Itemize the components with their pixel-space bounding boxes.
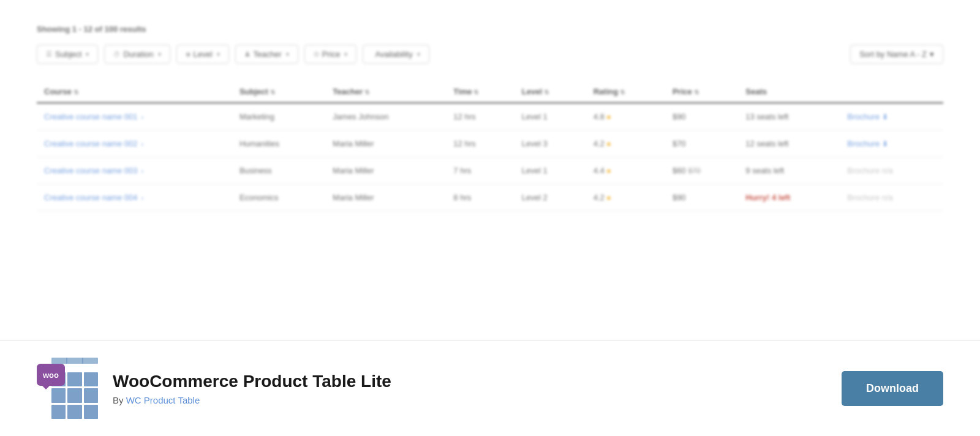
table-row: Creative course name 002 ›HumanitiesMari… bbox=[37, 130, 943, 157]
logo-grid-cell-3 bbox=[84, 372, 98, 386]
course-subject-2: Humanities bbox=[232, 130, 325, 157]
brochure-download-icon-2: ⬇ bbox=[882, 140, 888, 148]
courses-table: Course⇅Subject⇅Teacher⇅Time⇅Level⇅Rating… bbox=[37, 81, 943, 211]
course-sort-icon: ⇅ bbox=[74, 89, 78, 96]
by-label: By bbox=[113, 395, 124, 405]
course-teacher-3: Maria Miller bbox=[325, 157, 446, 184]
level-sort-icon: ⇅ bbox=[544, 89, 549, 96]
sort-chevron-icon: ▾ bbox=[930, 50, 934, 59]
level-filter-icon: ◈ bbox=[186, 50, 190, 58]
price-sort-icon: ⇅ bbox=[694, 89, 699, 96]
course-price-old-3: $70 bbox=[688, 167, 701, 175]
logo-grid-cell-4 bbox=[51, 388, 66, 402]
table-section: Showing 1 - 12 of 100 results ☰Subject▾⏱… bbox=[0, 0, 980, 340]
sort-button[interactable]: Sort by Name A - Z ▾ bbox=[850, 45, 943, 64]
subject-chevron-icon: ▾ bbox=[86, 51, 89, 58]
logo-grid-cell-9 bbox=[84, 405, 98, 419]
logo-top-bar bbox=[51, 358, 98, 364]
time-sort-icon: ⇅ bbox=[473, 89, 478, 96]
table-row: Creative course name 003 ›BusinessMaria … bbox=[37, 157, 943, 184]
course-time-1: 12 hrs bbox=[446, 103, 514, 130]
course-subject-1: Marketing bbox=[232, 103, 325, 130]
logo-grid-cell-5 bbox=[67, 388, 81, 402]
rating-star-3: ★ bbox=[606, 167, 612, 175]
plugin-by: By WC Product Table bbox=[113, 395, 827, 405]
download-button[interactable]: Download bbox=[842, 371, 943, 406]
logo-grid-cell-8 bbox=[67, 405, 81, 419]
level-chevron-icon: ▾ bbox=[217, 51, 220, 58]
col-header-subject[interactable]: Subject⇅ bbox=[232, 81, 325, 103]
course-price-3: $60$70 bbox=[665, 157, 738, 184]
course-price-1: $90 bbox=[665, 103, 738, 130]
rating-star-4: ★ bbox=[606, 194, 612, 201]
logo-grid-cell-2 bbox=[67, 372, 81, 386]
rating-star-2: ★ bbox=[606, 140, 612, 148]
table-row: Creative course name 004 ›EconomicsMaria… bbox=[37, 184, 943, 211]
course-seats-2: 12 seats left bbox=[738, 130, 840, 157]
course-brochure-2[interactable]: Brochure ⬇ bbox=[840, 130, 943, 157]
teacher-filter-icon: ♟ bbox=[244, 50, 251, 58]
teacher-chevron-icon: ▾ bbox=[286, 51, 289, 58]
filter-availability-button[interactable]: Availability▾ bbox=[363, 45, 429, 64]
course-brochure-4: Brochure n/a bbox=[840, 184, 943, 211]
plugin-title: WooCommerce Product Table Lite bbox=[113, 372, 827, 391]
table-row: Creative course name 001 ›MarketingJames… bbox=[37, 103, 943, 130]
filter-teacher-button[interactable]: ♟Teacher▾ bbox=[235, 45, 298, 64]
subject-sort-icon: ⇅ bbox=[270, 89, 275, 96]
col-header-course[interactable]: Course⇅ bbox=[37, 81, 232, 103]
rating-sort-icon: ⇅ bbox=[620, 89, 625, 96]
course-link-2[interactable]: Creative course name 002 › bbox=[44, 139, 143, 148]
course-rating-1: 4.8★ bbox=[586, 103, 665, 130]
course-seats-4: Hurry! 4 left bbox=[738, 184, 840, 211]
sort-label: Sort by Name A - Z bbox=[859, 50, 927, 59]
plugin-info: WooCommerce Product Table Lite By WC Pro… bbox=[113, 372, 827, 405]
course-price-4: $90 bbox=[665, 184, 738, 211]
col-header-price[interactable]: Price⇅ bbox=[665, 81, 738, 103]
course-subject-3: Business bbox=[232, 157, 325, 184]
col-header-teacher[interactable]: Teacher⇅ bbox=[325, 81, 446, 103]
course-brochure-1[interactable]: Brochure ⬇ bbox=[840, 103, 943, 130]
plugin-author-link[interactable]: WC Product Table bbox=[126, 395, 200, 405]
availability-chevron-icon: ▾ bbox=[417, 51, 420, 58]
duration-chevron-icon: ▾ bbox=[158, 51, 161, 58]
course-time-3: 7 hrs bbox=[446, 157, 514, 184]
course-link-3[interactable]: Creative course name 003 › bbox=[44, 166, 143, 175]
teacher-sort-icon: ⇅ bbox=[364, 89, 369, 96]
logo-grid-cell-6 bbox=[84, 388, 98, 402]
col-header-rating[interactable]: Rating⇅ bbox=[586, 81, 665, 103]
plugin-logo: woo bbox=[37, 358, 98, 419]
course-level-2: Level 3 bbox=[514, 130, 586, 157]
course-seats-1: 13 seats left bbox=[738, 103, 840, 130]
filters-row: ☰Subject▾⏱Duration▾◈Level▾♟Teacher▾⊙Pric… bbox=[37, 45, 943, 64]
filter-duration-button[interactable]: ⏱Duration▾ bbox=[104, 45, 170, 64]
course-level-4: Level 2 bbox=[514, 184, 586, 211]
plugin-card: woo WooCommerce Product Table Lite By WC… bbox=[0, 340, 980, 436]
course-link-4[interactable]: Creative course name 004 › bbox=[44, 193, 143, 202]
course-rating-4: 4.2★ bbox=[586, 184, 665, 211]
course-seats-3: 9 seats left bbox=[738, 157, 840, 184]
price-filter-icon: ⊙ bbox=[314, 50, 319, 58]
course-rating-3: 4.4★ bbox=[586, 157, 665, 184]
course-level-1: Level 1 bbox=[514, 103, 586, 130]
filter-price-button[interactable]: ⊙Price▾ bbox=[304, 45, 357, 64]
course-link-1[interactable]: Creative course name 001 › bbox=[44, 112, 143, 121]
col-header-seats: Seats bbox=[738, 81, 840, 103]
course-brochure-3: Brochure n/a bbox=[840, 157, 943, 184]
filter-subject-button[interactable]: ☰Subject▾ bbox=[37, 45, 98, 64]
course-time-2: 12 hrs bbox=[446, 130, 514, 157]
price-chevron-icon: ▾ bbox=[344, 51, 347, 58]
subject-filter-icon: ☰ bbox=[46, 50, 52, 58]
filter-level-button[interactable]: ◈Level▾ bbox=[176, 45, 229, 64]
courses-table-wrapper: Course⇅Subject⇅Teacher⇅Time⇅Level⇅Rating… bbox=[37, 81, 943, 211]
course-rating-2: 4.2★ bbox=[586, 130, 665, 157]
course-teacher-2: Maria Miller bbox=[325, 130, 446, 157]
brochure-download-icon-1: ⬇ bbox=[882, 113, 888, 121]
col-header-level[interactable]: Level⇅ bbox=[514, 81, 586, 103]
col-header-brochure bbox=[840, 81, 943, 103]
course-teacher-4: Maria Miller bbox=[325, 184, 446, 211]
col-header-time[interactable]: Time⇅ bbox=[446, 81, 514, 103]
course-subject-4: Economics bbox=[232, 184, 325, 211]
course-level-3: Level 1 bbox=[514, 157, 586, 184]
logo-grid-cell-7 bbox=[51, 405, 66, 419]
results-count: Showing 1 - 12 of 100 results bbox=[37, 24, 943, 34]
